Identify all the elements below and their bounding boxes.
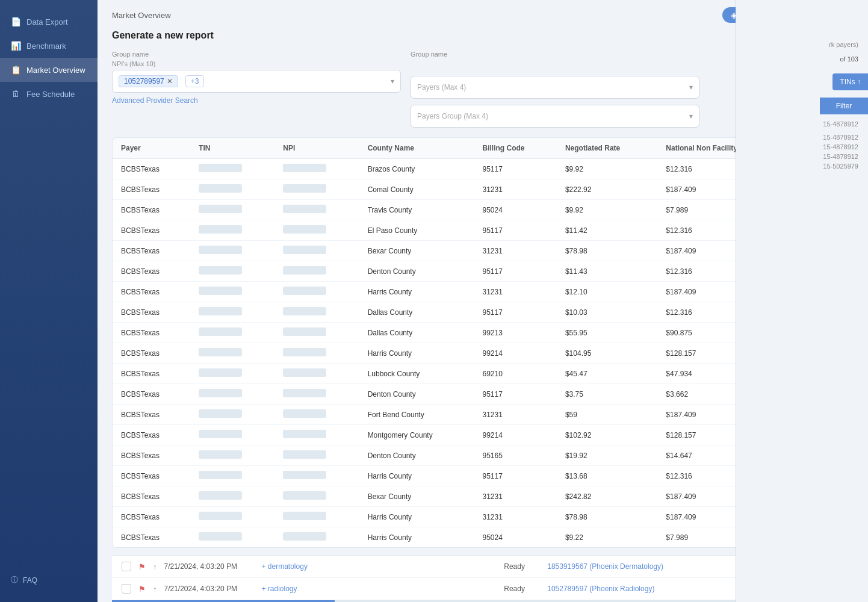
chevron-down-icon: ▾ (391, 77, 394, 85)
cell-npi (274, 405, 359, 425)
cell-billing-code: 31231 (474, 241, 556, 261)
tins-button[interactable]: TINs ↑ (832, 73, 868, 90)
cell-npi (274, 179, 359, 200)
cell-payer: BCBSTexas (113, 200, 190, 220)
payers-group-placeholder: Payers Group (Max 4) (417, 112, 488, 120)
cell-tin (190, 527, 274, 548)
tag-remove-icon[interactable]: ✕ (167, 77, 173, 85)
cell-tin (190, 282, 274, 302)
left-npi-label: NPI's (Max 10) (112, 60, 401, 67)
cell-neg-rate: $242.82 (557, 486, 657, 507)
col-payer[interactable]: Payer (113, 138, 190, 159)
cell-tin (190, 323, 274, 343)
cell-payer: BCBSTexas (113, 466, 190, 486)
tin-value-2: 15-4878912 (736, 132, 868, 142)
tin-value-1: 15-4878912 (736, 116, 868, 132)
cell-tin (190, 548, 274, 548)
cell-billing-code: 95117 (474, 384, 556, 405)
cell-billing-code: 31231 (474, 507, 556, 527)
sidebar-item-data-export[interactable]: 📄 Data Export (0, 10, 98, 34)
col-npi[interactable]: NPI (274, 138, 359, 159)
cell-county: Bexar County (359, 241, 474, 261)
share-icon[interactable]: ↑ (153, 585, 157, 594)
chevron-down-icon: ▾ (689, 112, 693, 120)
cell-payer: BCBSTexas (113, 445, 190, 466)
cell-neg-rate: $9.92 (557, 159, 657, 179)
row-checkbox[interactable] (122, 584, 131, 594)
cell-neg-rate: $3.75 (557, 384, 657, 405)
cell-payer: BCBSTexas (113, 486, 190, 507)
cell-npi (274, 200, 359, 220)
specialty-tag[interactable]: + radiology (262, 585, 297, 593)
cell-county: Travis County (359, 548, 474, 548)
left-form-group: Group name NPI's (Max 10) 1052789597 ✕ +… (112, 51, 401, 128)
overview-icon: 📋 (11, 65, 20, 75)
cell-payer: BCBSTexas (113, 323, 190, 343)
cell-tin (190, 159, 274, 179)
cell-neg-rate: $8.45 (557, 548, 657, 548)
cell-tin (190, 364, 274, 384)
npi-tag: 1052789597 ✕ (119, 75, 178, 87)
cell-county: Brazos County (359, 159, 474, 179)
advanced-provider-search-link[interactable]: Advanced Provider Search (112, 96, 401, 105)
cell-billing-code: 95117 (474, 261, 556, 282)
cell-neg-rate: $78.98 (557, 507, 657, 527)
tin-value-3: 15-4878912 (736, 142, 868, 152)
right-form-group: Group name Payers (Max 4) ▾ Payers Group… (411, 51, 699, 128)
cell-tin (190, 220, 274, 241)
cell-county: Lubbock County (359, 364, 474, 384)
payers-select[interactable]: Payers (Max 4) ▾ (411, 76, 699, 99)
cell-npi (274, 159, 359, 179)
cell-county: Comal County (359, 179, 474, 200)
cell-npi (274, 220, 359, 241)
specialty-tags: + radiology (262, 585, 497, 593)
col-neg-rate[interactable]: Negotiated Rate (557, 138, 657, 159)
right-group-label: Group name (411, 51, 699, 58)
row-checkbox[interactable] (122, 562, 131, 571)
sidebar-item-fee-schedule[interactable]: 🗓 Fee Schedule (0, 82, 98, 106)
cell-tin (190, 466, 274, 486)
sidebar-footer-faq[interactable]: ⓘ FAQ (0, 568, 98, 592)
cell-neg-rate: $78.98 (557, 241, 657, 261)
tin-value-5: 15-5025979 (736, 161, 868, 171)
share-icon[interactable]: ↑ (153, 562, 157, 571)
cell-tin (190, 261, 274, 282)
cell-county: Harris County (359, 507, 474, 527)
cell-npi (274, 507, 359, 527)
specialty-tag[interactable]: + dermatology (262, 562, 308, 571)
cell-payer: BCBSTexas (113, 364, 190, 384)
plus-badge[interactable]: +3 (185, 75, 205, 87)
cell-payer: BCBSTexas (113, 343, 190, 364)
cell-tin (190, 343, 274, 364)
cell-county: Denton County (359, 445, 474, 466)
cell-payer: BCBSTexas (113, 220, 190, 241)
cell-npi (274, 302, 359, 323)
cell-billing-code: 95117 (474, 466, 556, 486)
cell-neg-rate: $9.92 (557, 200, 657, 220)
cell-county: Travis County (359, 200, 474, 220)
payers-group-select[interactable]: Payers Group (Max 4) ▾ (411, 105, 699, 128)
sidebar-item-label: Data Export (26, 17, 68, 26)
flag-icon[interactable]: ⚑ (138, 585, 146, 594)
cell-payer: BCBSTexas (113, 425, 190, 445)
cell-billing-code: 31231 (474, 486, 556, 507)
cell-county: Harris County (359, 343, 474, 364)
cell-payer: BCBSTexas (113, 179, 190, 200)
npi-input[interactable]: 1052789597 ✕ +3 ▾ (112, 70, 401, 93)
cell-tin (190, 241, 274, 261)
network-payers-text: rk payers) (736, 36, 868, 53)
cell-npi (274, 425, 359, 445)
cell-county: Dallas County (359, 302, 474, 323)
col-tin[interactable]: TIN (190, 138, 274, 159)
sidebar-item-benchmark[interactable]: 📊 Benchmark (0, 34, 98, 58)
sidebar-item-label: Market Overview (26, 66, 85, 75)
chart-icon: 📊 (11, 41, 20, 51)
filter-button[interactable]: Filter (820, 98, 868, 114)
col-county[interactable]: County Name (359, 138, 474, 159)
cell-npi (274, 486, 359, 507)
cell-county: Bexar County (359, 486, 474, 507)
col-billing-code[interactable]: Billing Code (474, 138, 556, 159)
cell-npi (274, 282, 359, 302)
sidebar-item-market-overview[interactable]: 📋 Market Overview (0, 58, 98, 82)
flag-icon[interactable]: ⚑ (138, 562, 146, 571)
